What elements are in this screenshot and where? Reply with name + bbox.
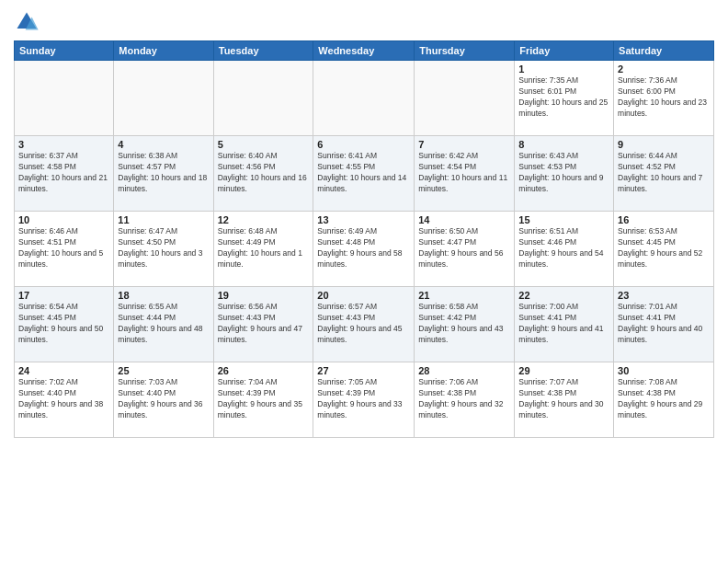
day-info: Sunrise: 7:03 AM Sunset: 4:40 PM Dayligh… <box>118 377 209 421</box>
calendar-cell <box>114 61 213 136</box>
day-number: 3 <box>18 139 109 150</box>
day-number: 7 <box>418 139 510 150</box>
day-info: Sunrise: 7:08 AM Sunset: 4:38 PM Dayligh… <box>618 377 710 421</box>
day-info: Sunrise: 6:38 AM Sunset: 4:57 PM Dayligh… <box>118 151 209 195</box>
day-number: 27 <box>317 365 410 376</box>
logo-icon <box>14 9 40 35</box>
day-number: 29 <box>518 365 609 376</box>
day-info: Sunrise: 7:06 AM Sunset: 4:38 PM Dayligh… <box>418 377 510 421</box>
calendar-cell: 28Sunrise: 7:06 AM Sunset: 4:38 PM Dayli… <box>415 362 515 438</box>
day-number: 4 <box>118 139 209 150</box>
calendar-cell: 14Sunrise: 6:50 AM Sunset: 4:47 PM Dayli… <box>415 212 515 287</box>
day-info: Sunrise: 7:07 AM Sunset: 4:38 PM Dayligh… <box>518 377 609 421</box>
calendar-cell: 16Sunrise: 6:53 AM Sunset: 4:45 PM Dayli… <box>614 212 714 287</box>
header-day: Friday <box>515 41 614 61</box>
day-number: 22 <box>518 290 609 301</box>
calendar-cell: 11Sunrise: 6:47 AM Sunset: 4:50 PM Dayli… <box>114 212 213 287</box>
day-number: 5 <box>218 139 310 150</box>
day-info: Sunrise: 6:41 AM Sunset: 4:55 PM Dayligh… <box>317 151 410 195</box>
day-info: Sunrise: 6:51 AM Sunset: 4:46 PM Dayligh… <box>518 226 609 270</box>
calendar-cell: 27Sunrise: 7:05 AM Sunset: 4:39 PM Dayli… <box>313 362 415 438</box>
day-info: Sunrise: 6:43 AM Sunset: 4:53 PM Dayligh… <box>518 151 609 195</box>
page: SundayMondayTuesdayWednesdayThursdayFrid… <box>0 0 728 563</box>
day-number: 20 <box>317 290 410 301</box>
calendar-cell: 26Sunrise: 7:04 AM Sunset: 4:39 PM Dayli… <box>213 362 313 438</box>
day-info: Sunrise: 6:46 AM Sunset: 4:51 PM Dayligh… <box>18 226 109 270</box>
header-day: Saturday <box>614 41 714 61</box>
day-info: Sunrise: 7:00 AM Sunset: 4:41 PM Dayligh… <box>518 302 609 346</box>
calendar-cell <box>415 61 515 136</box>
day-info: Sunrise: 6:58 AM Sunset: 4:42 PM Dayligh… <box>418 302 510 346</box>
day-number: 23 <box>618 290 710 301</box>
calendar-cell: 25Sunrise: 7:03 AM Sunset: 4:40 PM Dayli… <box>114 362 213 438</box>
day-number: 18 <box>118 290 209 301</box>
day-number: 8 <box>518 139 609 150</box>
header-day: Thursday <box>415 41 515 61</box>
day-number: 6 <box>317 139 410 150</box>
day-info: Sunrise: 6:55 AM Sunset: 4:44 PM Dayligh… <box>118 302 209 346</box>
day-number: 15 <box>518 214 609 225</box>
day-number: 26 <box>218 365 310 376</box>
header-day: Wednesday <box>313 41 415 61</box>
calendar-cell: 5Sunrise: 6:40 AM Sunset: 4:56 PM Daylig… <box>213 136 313 212</box>
day-number: 28 <box>418 365 510 376</box>
header-day: Monday <box>114 41 213 61</box>
day-info: Sunrise: 7:02 AM Sunset: 4:40 PM Dayligh… <box>18 377 109 421</box>
day-info: Sunrise: 7:01 AM Sunset: 4:41 PM Dayligh… <box>618 302 710 346</box>
day-info: Sunrise: 6:44 AM Sunset: 4:52 PM Dayligh… <box>618 151 710 195</box>
day-info: Sunrise: 6:56 AM Sunset: 4:43 PM Dayligh… <box>218 302 310 346</box>
day-number: 21 <box>418 290 510 301</box>
day-number: 16 <box>618 214 710 225</box>
day-info: Sunrise: 7:35 AM Sunset: 6:01 PM Dayligh… <box>518 75 609 120</box>
calendar-header: SundayMondayTuesdayWednesdayThursdayFrid… <box>15 41 714 61</box>
day-number: 1 <box>518 63 609 75</box>
calendar-cell: 22Sunrise: 7:00 AM Sunset: 4:41 PM Dayli… <box>515 287 614 362</box>
calendar-cell: 20Sunrise: 6:57 AM Sunset: 4:43 PM Dayli… <box>313 287 415 362</box>
day-number: 2 <box>618 63 710 75</box>
calendar-body: 1Sunrise: 7:35 AM Sunset: 6:01 PM Daylig… <box>15 61 714 438</box>
header-day: Sunday <box>15 41 114 61</box>
day-info: Sunrise: 7:04 AM Sunset: 4:39 PM Dayligh… <box>218 377 310 421</box>
calendar-cell: 29Sunrise: 7:07 AM Sunset: 4:38 PM Dayli… <box>515 362 614 438</box>
day-number: 9 <box>618 139 710 150</box>
day-info: Sunrise: 7:36 AM Sunset: 6:00 PM Dayligh… <box>618 75 710 120</box>
calendar-cell: 21Sunrise: 6:58 AM Sunset: 4:42 PM Dayli… <box>415 287 515 362</box>
calendar-week: 10Sunrise: 6:46 AM Sunset: 4:51 PM Dayli… <box>15 212 714 287</box>
calendar-cell: 1Sunrise: 7:35 AM Sunset: 6:01 PM Daylig… <box>515 61 614 136</box>
day-number: 11 <box>118 214 209 225</box>
header-row: SundayMondayTuesdayWednesdayThursdayFrid… <box>15 41 714 61</box>
calendar-week: 1Sunrise: 7:35 AM Sunset: 6:01 PM Daylig… <box>15 61 714 136</box>
calendar-cell: 6Sunrise: 6:41 AM Sunset: 4:55 PM Daylig… <box>313 136 415 212</box>
calendar: SundayMondayTuesdayWednesdayThursdayFrid… <box>14 40 714 438</box>
day-info: Sunrise: 6:50 AM Sunset: 4:47 PM Dayligh… <box>418 226 510 270</box>
calendar-cell: 17Sunrise: 6:54 AM Sunset: 4:45 PM Dayli… <box>15 287 114 362</box>
day-info: Sunrise: 7:05 AM Sunset: 4:39 PM Dayligh… <box>317 377 410 421</box>
calendar-cell <box>213 61 313 136</box>
day-number: 30 <box>618 365 710 376</box>
day-number: 19 <box>218 290 310 301</box>
day-info: Sunrise: 6:57 AM Sunset: 4:43 PM Dayligh… <box>317 302 410 346</box>
calendar-cell: 12Sunrise: 6:48 AM Sunset: 4:49 PM Dayli… <box>213 212 313 287</box>
day-number: 13 <box>317 214 410 225</box>
day-info: Sunrise: 6:48 AM Sunset: 4:49 PM Dayligh… <box>218 226 310 270</box>
calendar-week: 17Sunrise: 6:54 AM Sunset: 4:45 PM Dayli… <box>15 287 714 362</box>
calendar-cell: 15Sunrise: 6:51 AM Sunset: 4:46 PM Dayli… <box>515 212 614 287</box>
day-info: Sunrise: 6:47 AM Sunset: 4:50 PM Dayligh… <box>118 226 209 270</box>
calendar-cell: 24Sunrise: 7:02 AM Sunset: 4:40 PM Dayli… <box>15 362 114 438</box>
header <box>14 9 714 35</box>
day-number: 25 <box>118 365 209 376</box>
calendar-cell: 23Sunrise: 7:01 AM Sunset: 4:41 PM Dayli… <box>614 287 714 362</box>
calendar-cell: 3Sunrise: 6:37 AM Sunset: 4:58 PM Daylig… <box>15 136 114 212</box>
day-info: Sunrise: 6:40 AM Sunset: 4:56 PM Dayligh… <box>218 151 310 195</box>
calendar-cell: 4Sunrise: 6:38 AM Sunset: 4:57 PM Daylig… <box>114 136 213 212</box>
calendar-cell: 9Sunrise: 6:44 AM Sunset: 4:52 PM Daylig… <box>614 136 714 212</box>
calendar-cell <box>15 61 114 136</box>
logo <box>14 9 43 35</box>
calendar-week: 24Sunrise: 7:02 AM Sunset: 4:40 PM Dayli… <box>15 362 714 438</box>
calendar-cell: 30Sunrise: 7:08 AM Sunset: 4:38 PM Dayli… <box>614 362 714 438</box>
day-number: 12 <box>218 214 310 225</box>
day-info: Sunrise: 6:37 AM Sunset: 4:58 PM Dayligh… <box>18 151 109 195</box>
calendar-cell <box>313 61 415 136</box>
calendar-week: 3Sunrise: 6:37 AM Sunset: 4:58 PM Daylig… <box>15 136 714 212</box>
calendar-cell: 8Sunrise: 6:43 AM Sunset: 4:53 PM Daylig… <box>515 136 614 212</box>
